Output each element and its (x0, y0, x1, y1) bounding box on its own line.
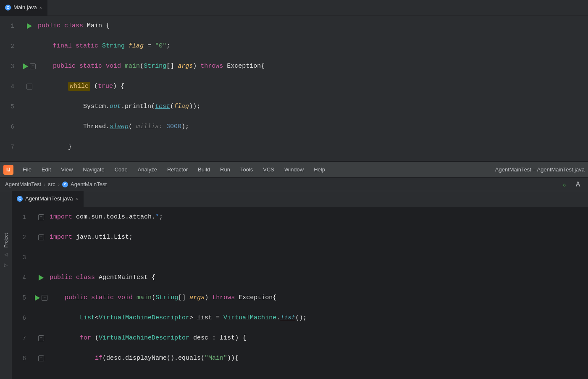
run-arrow-icon[interactable] (39, 275, 44, 281)
ide-logo: IJ (3, 165, 13, 175)
table-row: 6 Thread.sleep( millis: 3000); (0, 117, 588, 137)
tab-close-icon[interactable]: × (39, 5, 42, 10)
line-number: 4 (12, 268, 33, 288)
line-number: 6 (0, 117, 21, 137)
line-number: 8 (12, 348, 33, 368)
line-number: 2 (0, 36, 21, 56)
top-tab-bar: C Main.java × (0, 0, 588, 16)
java-file-icon-2: C (17, 196, 23, 202)
code-content: List<VirtualMachineDescriptor> list = Vi… (50, 308, 588, 328)
sidebar-label[interactable]: Project (3, 233, 8, 247)
collapse-icon[interactable]: − (38, 335, 44, 341)
run-arrow-icon[interactable] (27, 23, 32, 29)
table-row: 4 − while (true) { (0, 76, 588, 97)
code-content: } (38, 137, 588, 157)
code-content: final static String flag = "0"; (38, 36, 588, 56)
table-row: 8 − if(desc.displayName().equals("Main")… (12, 348, 588, 368)
line-gutter: − (33, 355, 50, 361)
code-content: import java.util.List; (50, 227, 588, 247)
line-number: 7 (12, 328, 33, 348)
table-row: 6 List<VirtualMachineDescriptor> list = … (12, 308, 588, 328)
collapse-icon[interactable]: − (42, 295, 47, 301)
line-number: 3 (0, 56, 21, 76)
breadcrumb-class[interactable]: AgentMainTest (71, 181, 107, 187)
navigate-forward-icon[interactable]: A (573, 179, 583, 190)
bottom-editor-panel: Project ◁ ▷ C AgentMainTest.java × 1 − i… (0, 191, 588, 379)
java-file-icon: C (5, 5, 11, 11)
menu-view[interactable]: View (57, 165, 77, 174)
menu-tools[interactable]: Tools (236, 165, 257, 174)
breadcrumb-src[interactable]: src (48, 181, 55, 187)
sidebar-expand-icon[interactable]: ▷ (4, 261, 8, 268)
menu-file[interactable]: File (18, 165, 36, 174)
line-gutter: − (21, 84, 38, 89)
line-number: 2 (12, 227, 33, 247)
table-row: 4 public class AgentMainTest { (12, 268, 588, 288)
line-gutter[interactable] (21, 23, 38, 29)
bottom-tab-label: AgentMainTest.java (25, 195, 73, 202)
line-number: 1 (12, 207, 33, 227)
line-gutter[interactable] (33, 275, 50, 281)
menu-window[interactable]: Window (280, 165, 308, 174)
line-gutter: − (33, 214, 50, 220)
menu-help[interactable]: Help (310, 165, 329, 174)
table-row: 1 public class Main { (0, 16, 588, 36)
collapse-icon[interactable]: − (38, 234, 44, 240)
table-row: 7 − for (VirtualMachineDescriptor desc :… (12, 328, 588, 348)
code-content: System.out.println(test(flag)); (38, 97, 588, 117)
table-row: 3 − public static void main(String[] arg… (0, 56, 588, 76)
breadcrumb-bar: AgentMainTest › src › C AgentMainTest ⬦ … (0, 178, 588, 191)
bottom-tab-bar: C AgentMainTest.java × (12, 191, 588, 207)
menu-build[interactable]: Build (194, 165, 214, 174)
line-number: 3 (12, 247, 33, 268)
breadcrumb-project[interactable]: AgentMainTest (5, 181, 41, 187)
line-gutter[interactable]: − (21, 63, 38, 69)
breadcrumb-separator-2: › (58, 181, 60, 187)
collapse-icon[interactable]: − (38, 214, 44, 220)
menu-vcs[interactable]: VCS (259, 165, 278, 174)
line-number: 5 (0, 97, 21, 117)
line-gutter: − (33, 335, 50, 341)
table-row: 5 − public static void main(String[] arg… (12, 288, 588, 308)
menu-run[interactable]: Run (216, 165, 234, 174)
menu-navigate[interactable]: Navigate (79, 165, 108, 174)
collapse-icon[interactable]: − (30, 63, 36, 69)
line-gutter: − (33, 234, 50, 240)
breadcrumb-separator: › (44, 181, 45, 187)
run-arrow-icon[interactable] (23, 63, 28, 69)
collapse-icon[interactable]: − (26, 84, 32, 89)
collapse-icon[interactable]: − (38, 355, 44, 361)
table-row: 3 (12, 247, 588, 268)
line-number: 6 (12, 308, 33, 328)
navigate-back-icon[interactable]: ⬦ (559, 179, 570, 190)
code-content: public class AgentMainTest { (50, 268, 588, 288)
code-content: public static void main(String[] args) t… (38, 56, 588, 76)
run-arrow-icon[interactable] (35, 295, 40, 301)
code-content: Thread.sleep( millis: 3000); (38, 117, 588, 137)
code-content: for (VirtualMachineDescriptor desc : lis… (50, 328, 588, 348)
code-content: if(desc.displayName().equals("Main")){ (50, 348, 588, 368)
menu-refactor[interactable]: Refactor (163, 165, 192, 174)
window-title: AgentMainTest – AgentMainTest.java (495, 166, 585, 173)
left-sidebar: Project ◁ ▷ (0, 191, 12, 379)
line-number: 7 (0, 137, 21, 157)
bottom-tab-close-icon[interactable]: × (75, 196, 78, 201)
breadcrumb-class-icon: C (62, 182, 68, 187)
code-content: public static void main(String[] args) t… (50, 288, 588, 308)
menu-code[interactable]: Code (110, 165, 132, 174)
sidebar-collapse-icon[interactable]: ◁ (4, 251, 8, 258)
code-content: public class Main { (38, 16, 588, 36)
main-java-tab[interactable]: C Main.java × (0, 0, 47, 16)
line-gutter[interactable]: − (33, 295, 50, 301)
table-row: 5 System.out.println(test(flag)); (0, 97, 588, 117)
menu-analyze[interactable]: Analyze (134, 165, 161, 174)
table-row: 2 − import java.util.List; (12, 227, 588, 247)
table-row: 7 } (0, 137, 588, 157)
tab-label: Main.java (13, 4, 37, 11)
menu-bar: IJ File Edit View Navigate Code Analyze … (0, 162, 588, 178)
agent-main-test-tab[interactable]: C AgentMainTest.java × (12, 191, 84, 207)
menu-edit[interactable]: Edit (37, 165, 55, 174)
line-number: 1 (0, 16, 21, 36)
agent-code-area: 1 − import com.sun.tools.attach.*; 2 − i… (12, 207, 588, 379)
table-row: 1 − import com.sun.tools.attach.*; (12, 207, 588, 227)
